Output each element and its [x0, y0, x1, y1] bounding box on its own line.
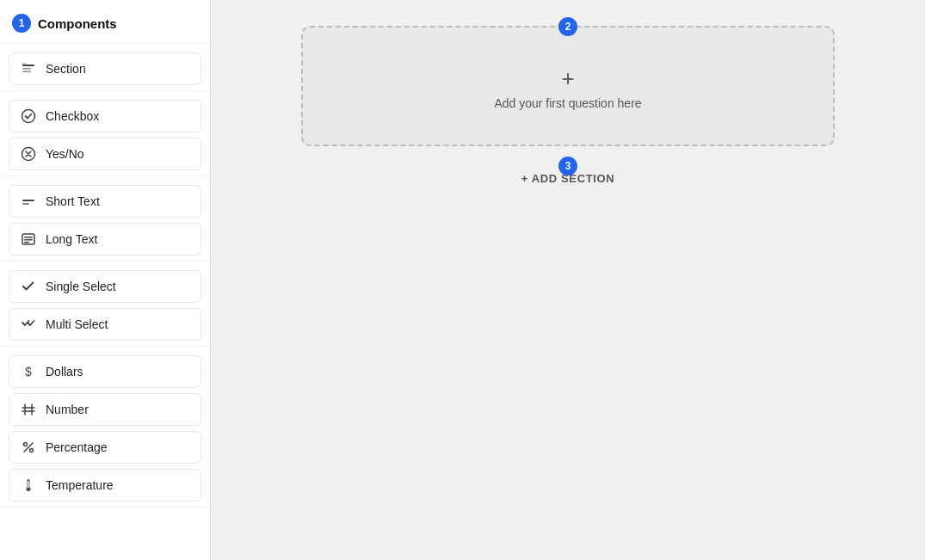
sidebar-group-5: $ Dollars Number Percentage — [0, 347, 210, 508]
svg-rect-5 — [22, 200, 34, 201]
sidebar-item-short-text-label: Short Text — [46, 194, 100, 208]
add-section-wrapper: 3 + ADD SECTION — [511, 167, 626, 190]
svg-rect-10 — [24, 242, 29, 243]
sidebar-item-number[interactable]: Number — [9, 393, 201, 426]
sidebar-item-long-text[interactable]: Long Text — [9, 223, 201, 255]
add-section-label: + ADD SECTION — [521, 172, 615, 185]
add-question-plus-icon: + — [561, 67, 574, 89]
sidebar-group-3: Short Text Long Text — [0, 176, 210, 262]
svg-point-3 — [22, 110, 35, 123]
temperature-icon — [20, 477, 37, 494]
sidebar-item-multi-select-label: Multi Select — [46, 317, 108, 331]
sidebar-item-checkbox[interactable]: Checkbox — [9, 100, 201, 132]
sidebar-header: 1 Components — [0, 0, 210, 44]
svg-rect-9 — [24, 239, 33, 241]
drop-zone-label: Add your first question here — [494, 96, 641, 110]
sidebar-item-multi-select[interactable]: Multi Select — [9, 308, 201, 341]
sidebar-group-1: Section — [0, 44, 210, 91]
sidebar-badge: 1 — [12, 14, 31, 33]
svg-point-12 — [24, 443, 28, 446]
sidebar-item-section-label: Section — [46, 62, 86, 76]
sidebar-item-long-text-label: Long Text — [46, 232, 97, 246]
sidebar-item-temperature-label: Temperature — [46, 478, 114, 492]
svg-point-13 — [30, 449, 34, 452]
sidebar-group-4: Single Select Multi Select — [0, 262, 210, 347]
sidebar-item-percentage[interactable]: Percentage — [9, 431, 201, 464]
svg-rect-6 — [22, 203, 29, 205]
sidebar-item-checkbox-label: Checkbox — [46, 109, 99, 123]
sidebar-item-yesno[interactable]: Yes/No — [9, 138, 201, 170]
svg-rect-8 — [24, 237, 33, 238]
sidebar-item-number-label: Number — [46, 403, 89, 416]
sidebar-item-dollars[interactable]: $ Dollars — [9, 355, 201, 388]
svg-rect-2 — [22, 71, 31, 73]
drop-zone[interactable]: 2 + Add your first question here — [301, 26, 835, 146]
sidebar-item-dollars-label: Dollars — [46, 365, 83, 378]
svg-rect-0 — [22, 65, 34, 66]
single-select-icon — [20, 278, 37, 295]
sidebar-item-temperature[interactable]: Temperature — [9, 469, 201, 502]
sidebar-item-percentage-label: Percentage — [46, 440, 108, 454]
multi-select-icon — [20, 316, 37, 333]
sidebar-item-single-select-label: Single Select — [46, 280, 116, 293]
checkbox-icon — [20, 108, 37, 125]
svg-rect-16 — [28, 481, 29, 489]
sidebar-group-2: Checkbox Yes/No — [0, 91, 210, 176]
svg-text:$: $ — [25, 365, 32, 378]
sidebar: 1 Components Section — [0, 0, 211, 560]
long-text-icon — [20, 231, 37, 248]
section-icon — [20, 60, 37, 77]
svg-rect-1 — [22, 68, 31, 70]
number-icon — [20, 401, 37, 418]
yesno-icon — [20, 145, 37, 163]
percentage-icon — [20, 439, 37, 456]
dollars-icon: $ — [20, 363, 37, 380]
sidebar-item-single-select[interactable]: Single Select — [9, 270, 201, 303]
main-content: 2 + Add your first question here 3 + ADD… — [211, 0, 925, 560]
short-text-icon — [20, 193, 37, 210]
sidebar-item-yesno-label: Yes/No — [46, 147, 84, 161]
add-section-button[interactable]: + ADD SECTION — [511, 167, 626, 190]
drop-zone-badge: 2 — [558, 17, 577, 36]
sidebar-item-short-text[interactable]: Short Text — [9, 185, 201, 218]
sidebar-item-section[interactable]: Section — [9, 52, 201, 85]
sidebar-title: Components — [38, 16, 117, 31]
